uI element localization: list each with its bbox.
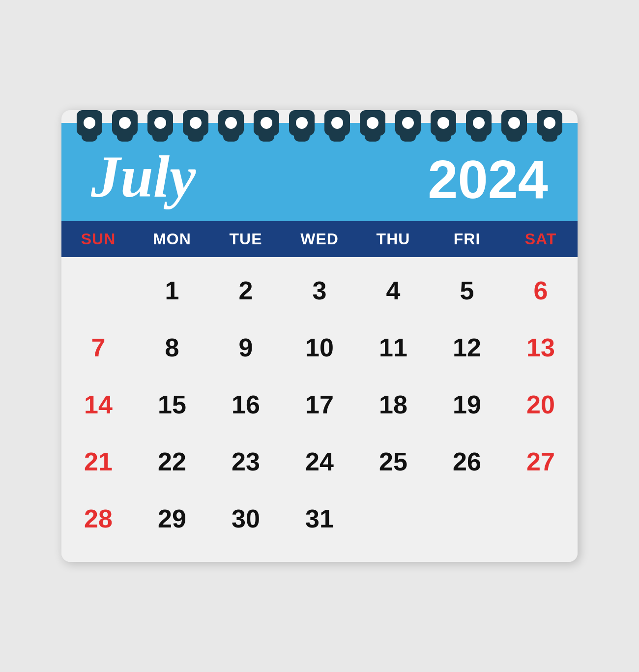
spiral-ring <box>112 110 138 136</box>
calendar-date[interactable]: 4 <box>356 262 430 319</box>
calendar-date[interactable] <box>430 490 504 547</box>
spiral-ring <box>431 110 456 136</box>
calendar-date[interactable]: 28 <box>61 490 135 547</box>
day-header-wed: WED <box>283 230 356 248</box>
calendar-date[interactable]: 19 <box>430 376 504 433</box>
spiral-ring <box>537 110 562 136</box>
calendar-date[interactable]: 24 <box>283 433 356 490</box>
calendar-date[interactable]: 27 <box>504 433 578 490</box>
calendar-widget: July 2024 SUN MON TUE WED THU FRI SAT 12… <box>61 110 578 562</box>
calendar-date[interactable] <box>356 490 430 547</box>
calendar-date[interactable]: 11 <box>356 319 430 376</box>
day-headers-row: SUN MON TUE WED THU FRI SAT <box>61 221 578 257</box>
calendar-date[interactable]: 3 <box>283 262 356 319</box>
spiral-ring <box>147 110 173 136</box>
spiral-ring <box>466 110 492 136</box>
spiral-ring <box>183 110 208 136</box>
day-header-mon: MON <box>135 230 209 248</box>
calendar-date[interactable]: 29 <box>135 490 209 547</box>
spiral-ring <box>360 110 385 136</box>
calendar-date[interactable]: 5 <box>430 262 504 319</box>
calendar-date[interactable]: 17 <box>283 376 356 433</box>
calendar-date[interactable]: 9 <box>209 319 283 376</box>
calendar-date[interactable]: 23 <box>209 433 283 490</box>
spiral-ring <box>77 110 102 136</box>
day-header-thu: THU <box>356 230 430 248</box>
calendar-date[interactable] <box>504 490 578 547</box>
day-header-fri: FRI <box>430 230 504 248</box>
calendar-date[interactable]: 22 <box>135 433 209 490</box>
calendar-date[interactable]: 2 <box>209 262 283 319</box>
year-number: 2024 <box>428 152 548 206</box>
calendar-date[interactable]: 16 <box>209 376 283 433</box>
spiral-ring <box>289 110 315 136</box>
calendar-date[interactable]: 1 <box>135 262 209 319</box>
spiral-ring <box>395 110 421 136</box>
calendar-date[interactable]: 12 <box>430 319 504 376</box>
day-header-sun: SUN <box>61 230 135 248</box>
calendar-date[interactable]: 30 <box>209 490 283 547</box>
calendar-date[interactable]: 6 <box>504 262 578 319</box>
calendar-date[interactable]: 14 <box>61 376 135 433</box>
calendar-date[interactable]: 8 <box>135 319 209 376</box>
header-top: July 2024 <box>91 147 548 206</box>
day-header-sat: SAT <box>504 230 578 248</box>
calendar-grid: 1234567891011121314151617181920212223242… <box>61 257 578 562</box>
spiral-rings <box>61 110 578 136</box>
calendar-date[interactable]: 21 <box>61 433 135 490</box>
calendar-date[interactable]: 10 <box>283 319 356 376</box>
calendar-date[interactable]: 13 <box>504 319 578 376</box>
calendar-header: July 2024 <box>61 123 578 221</box>
calendar-date[interactable]: 18 <box>356 376 430 433</box>
spiral-ring <box>218 110 244 136</box>
calendar-date[interactable]: 25 <box>356 433 430 490</box>
spiral-ring <box>324 110 350 136</box>
calendar-date[interactable]: 15 <box>135 376 209 433</box>
calendar-date[interactable]: 26 <box>430 433 504 490</box>
calendar-date[interactable]: 31 <box>283 490 356 547</box>
spiral-ring <box>254 110 279 136</box>
month-name: July <box>91 147 196 206</box>
calendar-date[interactable]: 7 <box>61 319 135 376</box>
day-header-tue: TUE <box>209 230 283 248</box>
spiral-ring <box>501 110 527 136</box>
calendar-date[interactable] <box>61 262 135 319</box>
calendar-date[interactable]: 20 <box>504 376 578 433</box>
